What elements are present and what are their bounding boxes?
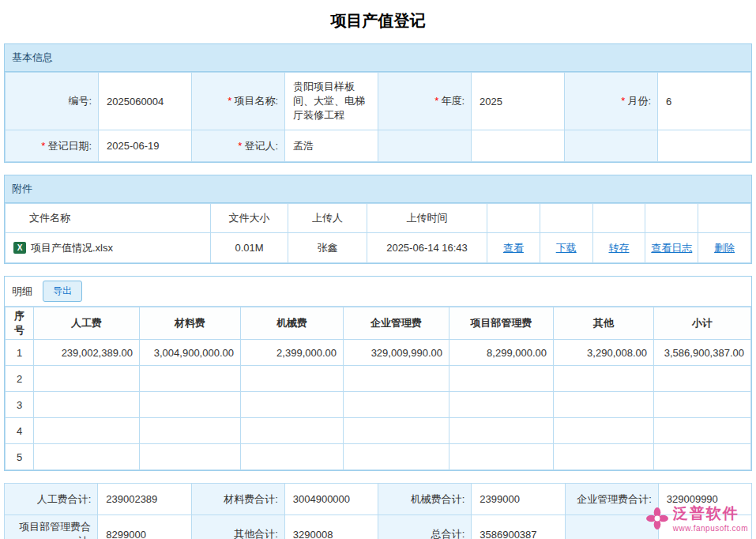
col-action-view — [487, 204, 540, 233]
detail-machinery — [241, 366, 344, 392]
export-button[interactable]: 导出 — [43, 281, 82, 302]
detail-section-header: 明细 导出 — [5, 277, 751, 307]
file-name-cell: X 项目产值情况.xlsx — [6, 233, 211, 263]
view-link[interactable]: 查看 — [503, 242, 524, 254]
empty-value-cell-2 — [658, 130, 751, 162]
registrant-label: 登记人: — [244, 140, 278, 152]
col-enterprise-mgmt-cost: 企业管理费 — [344, 307, 449, 340]
action-view-log-cell: 查看日志 — [645, 233, 698, 263]
delete-link[interactable]: 删除 — [714, 242, 735, 254]
col-upload-time: 上传时间 — [367, 204, 487, 233]
labor-total-label: 人工费合计: — [5, 484, 98, 515]
number-value: 2025060004 — [99, 73, 192, 130]
machinery-total-value: 2399000 — [472, 484, 565, 515]
detail-subtotal: 3,586,900,387.00 — [654, 340, 751, 366]
col-subtotal: 小计 — [654, 307, 751, 340]
summary-table: 人工费合计: 239002389 材料费合计: 3004900000 机械费合计… — [4, 483, 752, 539]
detail-seq: 3 — [6, 392, 34, 418]
detail-project-dept-mgmt — [449, 418, 554, 444]
file-uploader: 张鑫 — [288, 233, 367, 263]
detail-seq: 5 — [6, 444, 34, 470]
file-upload-time: 2025-06-14 16:43 — [367, 233, 487, 263]
detail-row-5: 5 — [6, 444, 751, 470]
watermark-site: www.fanpusoft.com — [673, 524, 748, 533]
action-save-as-cell: 转存 — [592, 233, 645, 263]
detail-header-row: 序号 人工费 材料费 机械费 企业管理费 项目部管理费 其他 小计 — [6, 307, 751, 340]
attachments-section: 附件 文件名称 文件大小 上传人 上传时间 — [4, 175, 752, 264]
registrant-value: 孟浩 — [285, 130, 378, 162]
basic-info-table: 编号: 2025060004 *项目名称: 贵阳项目样板间、大堂、电梯厅装修工程… — [5, 72, 751, 162]
action-view-cell: 查看 — [487, 233, 540, 263]
grand-total-label: 总合计: — [378, 515, 472, 539]
detail-subtotal — [654, 444, 751, 470]
registrant-required-star: * — [238, 140, 242, 152]
detail-row-4: 4 — [6, 418, 751, 444]
col-action-view-log — [645, 204, 698, 233]
detail-section-title: 明细 — [12, 285, 32, 299]
basic-info-row-1: 编号: 2025060004 *项目名称: 贵阳项目样板间、大堂、电梯厅装修工程… — [6, 73, 751, 130]
detail-table: 序号 人工费 材料费 机械费 企业管理费 项目部管理费 其他 小计 1 239,… — [5, 307, 751, 470]
file-name: 项目产值情况.xlsx — [31, 241, 113, 255]
detail-material — [140, 418, 241, 444]
file-size: 0.01M — [211, 233, 288, 263]
col-uploader: 上传人 — [288, 204, 367, 233]
project-name-label: 项目名称: — [234, 95, 278, 107]
detail-other — [554, 392, 654, 418]
detail-seq: 1 — [6, 340, 34, 366]
col-file-name: 文件名称 — [6, 204, 211, 233]
enterprise-mgmt-total-label: 企业管理费合计: — [565, 484, 658, 515]
basic-info-section: 基本信息 编号: 2025060004 *项目名称: 贵阳项目样板间、大堂、电梯… — [4, 43, 752, 163]
year-label: 年度: — [441, 95, 465, 107]
detail-project-dept-mgmt — [449, 444, 554, 470]
project-name-label-cell: *项目名称: — [192, 73, 285, 130]
summary-empty-label-cell — [565, 515, 658, 539]
detail-seq: 2 — [6, 366, 34, 392]
detail-row-3: 3 — [6, 392, 751, 418]
detail-subtotal — [654, 366, 751, 392]
register-date-required-star: * — [41, 140, 45, 152]
detail-enterprise-mgmt: 329,009,990.00 — [344, 340, 449, 366]
detail-labor — [34, 366, 140, 392]
detail-subtotal — [654, 392, 751, 418]
detail-enterprise-mgmt — [344, 366, 449, 392]
registrant-label-cell: *登记人: — [192, 130, 285, 162]
empty-label-cell-2 — [565, 130, 658, 162]
month-value: 6 — [658, 73, 751, 130]
project-name-value: 贵阳项目样板间、大堂、电梯厅装修工程 — [285, 73, 378, 130]
detail-other: 3,290,008.00 — [554, 340, 654, 366]
project-name-required-star: * — [228, 95, 231, 107]
grand-total-value: 3586900387 — [472, 515, 565, 539]
attachments-header-row: 文件名称 文件大小 上传人 上传时间 — [6, 204, 751, 233]
detail-project-dept-mgmt — [449, 366, 554, 392]
register-date-label: 登记日期: — [47, 140, 92, 152]
summary-row-2: 项目部管理费合计: 8299000 其他合计: 3290008 总合计: 358… — [5, 515, 752, 539]
other-total-value: 3290008 — [284, 515, 378, 539]
save-as-link[interactable]: 转存 — [608, 242, 629, 254]
detail-machinery — [241, 418, 344, 444]
basic-info-section-header: 基本信息 — [5, 44, 751, 72]
page-title: 项目产值登记 — [4, 0, 752, 43]
detail-enterprise-mgmt — [344, 418, 449, 444]
watermark-brand: 泛普软件 — [673, 503, 739, 524]
detail-seq: 4 — [6, 418, 34, 444]
month-label: 月份: — [627, 95, 651, 107]
detail-enterprise-mgmt — [344, 444, 449, 470]
project-dept-mgmt-total-value: 8299000 — [98, 515, 191, 539]
detail-material — [140, 444, 241, 470]
col-action-delete — [698, 204, 751, 233]
detail-machinery: 2,399,000.00 — [241, 340, 344, 366]
year-value: 2025 — [472, 73, 565, 130]
empty-value-cell-1 — [472, 130, 565, 162]
detail-project-dept-mgmt: 8,299,000.00 — [449, 340, 554, 366]
detail-subtotal — [654, 418, 751, 444]
attachment-row: X 项目产值情况.xlsx 0.01M 张鑫 2025-06-14 16:43 … — [6, 233, 751, 263]
detail-row-1: 1 239,002,389.00 3,004,900,000.00 2,399,… — [6, 340, 751, 366]
detail-material — [140, 366, 241, 392]
col-action-save-as — [592, 204, 645, 233]
view-log-link[interactable]: 查看日志 — [651, 242, 692, 254]
col-machinery-cost: 机械费 — [241, 307, 344, 340]
detail-other — [554, 418, 654, 444]
detail-machinery — [241, 392, 344, 418]
download-link[interactable]: 下载 — [556, 242, 577, 254]
year-required-star: * — [434, 95, 438, 107]
